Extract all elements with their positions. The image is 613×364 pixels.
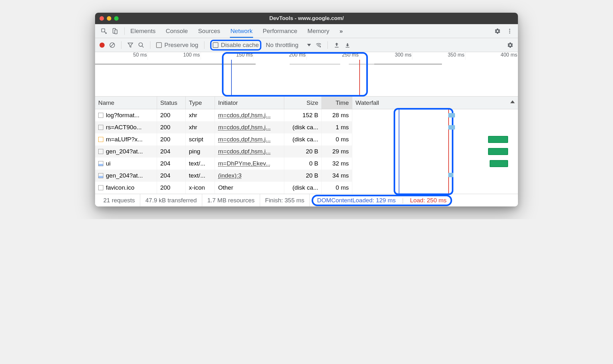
network-toolbar: Preserve log Disable cache No throttling bbox=[95, 38, 518, 52]
tab-sources[interactable]: Sources bbox=[197, 24, 221, 38]
col-waterfall[interactable]: Waterfall bbox=[352, 97, 518, 109]
cell-initiator[interactable]: m=cdos,dpf,hsm,j... bbox=[215, 133, 284, 145]
file-icon bbox=[98, 161, 103, 166]
tick: 350 ms bbox=[412, 52, 465, 60]
cell-size: (disk ca... bbox=[284, 182, 322, 194]
cell-initiator[interactable]: m=cdos,dpf,hsm,j... bbox=[215, 121, 284, 133]
cell-initiator[interactable]: m=cdos,dpf,hsm,j... bbox=[215, 145, 284, 158]
divider bbox=[150, 41, 150, 49]
window-controls bbox=[100, 16, 119, 21]
waterfall-area bbox=[352, 109, 518, 194]
inspect-element-icon[interactable] bbox=[101, 28, 107, 34]
cell-time: 29 ms bbox=[322, 145, 352, 158]
cell-initiator[interactable]: (index):3 bbox=[215, 170, 284, 182]
preserve-log-checkbox[interactable]: Preserve log bbox=[156, 42, 198, 49]
table-row[interactable]: gen_204?at...204pingm=cdos,dpf,hsm,j...2… bbox=[95, 145, 352, 158]
tab-console[interactable]: Console bbox=[165, 24, 189, 38]
cell-name: gen_204?at... bbox=[95, 170, 157, 182]
overview-timeline[interactable]: 50 ms 100 ms 150 ms 200 ms 250 ms 300 ms… bbox=[95, 52, 518, 97]
cell-initiator[interactable]: m=DhPYme,Ekev... bbox=[215, 158, 284, 170]
cell-name: ui bbox=[95, 158, 157, 170]
transferred-size: 47.9 kB transferred bbox=[140, 194, 202, 206]
highlight-overview-markers bbox=[222, 52, 368, 97]
svg-rect-12 bbox=[346, 47, 349, 47]
panel-tabbar: Elements Console Sources Network Perform… bbox=[95, 24, 518, 38]
device-toggle-icon[interactable] bbox=[112, 28, 118, 34]
record-button[interactable] bbox=[100, 43, 105, 48]
cell-initiator[interactable]: m=cdos,dpf,hsm,j... bbox=[215, 109, 284, 121]
cell-name: m=aLUfP?x... bbox=[95, 133, 157, 145]
cell-type: xhr bbox=[186, 121, 215, 133]
file-icon bbox=[98, 113, 103, 118]
col-status[interactable]: Status bbox=[157, 97, 186, 109]
cell-status: 204 bbox=[157, 145, 186, 158]
table-row[interactable]: gen_204?at...204text/...(index):320 B34 … bbox=[95, 170, 352, 182]
requests-count: 21 requests bbox=[98, 194, 140, 206]
cell-type: text/... bbox=[186, 158, 215, 170]
table-row[interactable]: favicon.ico200x-iconOther(disk ca...0 ms bbox=[95, 182, 352, 194]
col-type[interactable]: Type bbox=[186, 97, 215, 109]
col-name[interactable]: Name bbox=[95, 97, 157, 109]
table-row[interactable]: rs=ACT90o...200xhrm=cdos,dpf,hsm,j...(di… bbox=[95, 121, 352, 133]
tick: 400 ms bbox=[465, 52, 518, 60]
col-size[interactable]: Size bbox=[284, 97, 322, 109]
network-conditions-icon[interactable] bbox=[315, 42, 322, 48]
finish-time: Finish: 355 ms bbox=[260, 194, 310, 206]
throttling-label: No throttling bbox=[266, 42, 298, 49]
throttling-select[interactable]: No throttling bbox=[266, 42, 311, 49]
network-settings-icon[interactable] bbox=[507, 42, 513, 48]
tab-network[interactable]: Network bbox=[230, 24, 253, 38]
disable-cache-label: Disable cache bbox=[221, 42, 259, 49]
tab-performance[interactable]: Performance bbox=[262, 24, 298, 38]
divider bbox=[204, 41, 204, 49]
more-tabs-button[interactable]: » bbox=[339, 24, 344, 38]
settings-icon[interactable] bbox=[494, 28, 501, 34]
file-icon bbox=[98, 137, 103, 142]
table-row[interactable]: m=aLUfP?x...200scriptm=cdos,dpf,hsm,j...… bbox=[95, 133, 352, 145]
cell-type: script bbox=[186, 133, 215, 145]
cell-status: 200 bbox=[157, 109, 186, 121]
disable-cache-checkbox[interactable]: Disable cache bbox=[213, 42, 259, 49]
svg-point-10 bbox=[320, 46, 321, 47]
cell-type: text/... bbox=[186, 170, 215, 182]
file-icon bbox=[98, 125, 103, 130]
table-row[interactable]: ui204text/...m=DhPYme,Ekev...0 B32 ms bbox=[95, 158, 352, 170]
download-har-icon[interactable] bbox=[344, 42, 351, 48]
cell-size: 152 B bbox=[284, 109, 322, 121]
col-time[interactable]: Time bbox=[322, 97, 352, 109]
minimize-window-button[interactable] bbox=[107, 16, 111, 21]
search-icon[interactable] bbox=[138, 42, 144, 48]
devtools-window: DevTools - www.google.com/ Elements Cons… bbox=[95, 13, 518, 206]
request-table-header: Name Status Type Initiator Size Time Wat… bbox=[95, 97, 518, 109]
svg-point-4 bbox=[509, 30, 510, 31]
svg-point-3 bbox=[509, 29, 510, 30]
tab-elements[interactable]: Elements bbox=[130, 24, 156, 38]
divider bbox=[327, 41, 328, 49]
col-initiator[interactable]: Initiator bbox=[215, 97, 284, 109]
col-waterfall-label: Waterfall bbox=[355, 99, 379, 106]
file-icon bbox=[98, 149, 103, 154]
cell-time: 1 ms bbox=[322, 121, 352, 133]
highlight-disable-cache: Disable cache bbox=[210, 40, 261, 51]
cell-name: gen_204?at... bbox=[95, 145, 157, 158]
panel-tabs: Elements Console Sources Network Perform… bbox=[128, 24, 343, 38]
kebab-menu-icon[interactable] bbox=[506, 28, 513, 34]
load-time: Load: 250 ms bbox=[410, 197, 446, 204]
svg-line-7 bbox=[110, 43, 114, 47]
cell-status: 204 bbox=[157, 158, 186, 170]
clear-icon[interactable] bbox=[109, 42, 115, 48]
cell-status: 200 bbox=[157, 133, 186, 145]
filter-icon[interactable] bbox=[127, 42, 134, 48]
upload-har-icon[interactable] bbox=[334, 42, 340, 48]
request-table-body: log?format...200xhrm=cdos,dpf,hsm,j...15… bbox=[95, 109, 518, 194]
table-row[interactable]: log?format...200xhrm=cdos,dpf,hsm,j...15… bbox=[95, 109, 352, 121]
tab-memory[interactable]: Memory bbox=[307, 24, 330, 38]
cell-initiator[interactable]: Other bbox=[215, 182, 284, 194]
sort-ascending-icon bbox=[510, 100, 515, 103]
cell-type: ping bbox=[186, 145, 215, 158]
cell-status: 204 bbox=[157, 170, 186, 182]
svg-rect-11 bbox=[335, 47, 339, 47]
close-window-button[interactable] bbox=[100, 16, 104, 21]
maximize-window-button[interactable] bbox=[114, 16, 119, 21]
cell-time: 34 ms bbox=[322, 170, 352, 182]
